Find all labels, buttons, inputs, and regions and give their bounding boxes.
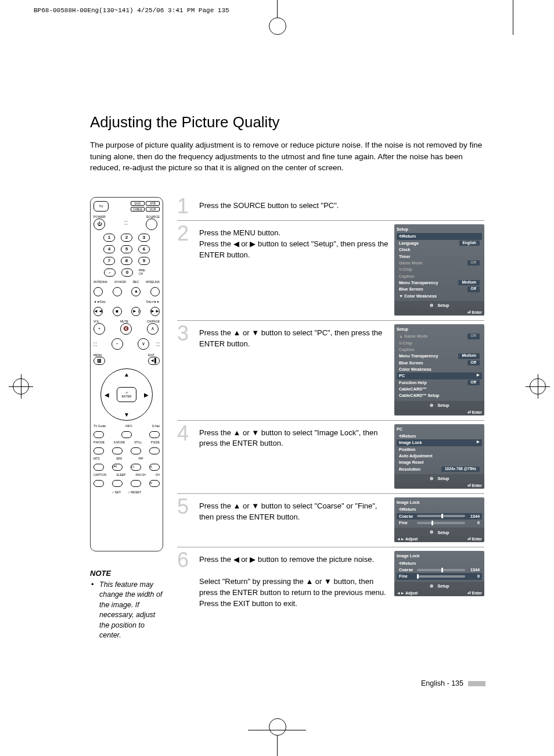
remote-vcr-btn: VCR (146, 207, 160, 212)
sleep-label: SLEEP (116, 473, 125, 476)
osd-menu-row: Caption (397, 273, 482, 280)
osd-item-label: Clock (399, 247, 411, 252)
step-text-2: Press the MENU button. Press the ◀ or ▶ … (199, 224, 388, 261)
osd-item-label: Image Lock (399, 440, 422, 445)
remote-power-label: POWER (93, 215, 106, 218)
crop-mark-bottom-h (248, 730, 306, 730)
page-title: Adjusting the Picture Quality (90, 113, 484, 131)
osd-enter: Enter (472, 537, 482, 541)
menu-btn: ▥ (93, 357, 105, 365)
osd-item-value: Medium (458, 353, 480, 359)
gear-icon: ⚙ (430, 529, 436, 535)
steps-column: 1 Press the SOURCE button to select "PC"… (177, 197, 484, 641)
osd-return: Return (402, 433, 480, 439)
osd-enter: Enter (472, 483, 482, 488)
osd-title: Image Lock (397, 500, 482, 505)
remote-num-3: 3 (138, 234, 150, 242)
step-text-6: Press the ◀ or ▶ button to remove the pi… (199, 551, 388, 609)
slider-bar (417, 569, 465, 571)
osd-footer-label: Setup (438, 303, 449, 308)
enter-icon: ⏎ (467, 591, 472, 595)
nav-down-icon: ▼ (124, 411, 129, 418)
remote-num-2: 2 (121, 234, 132, 242)
osd-enter: Enter (472, 310, 482, 314)
osd-imagelock-2: Image Lock Return Coarse1344Fine0 ⚙Setup… (394, 551, 484, 596)
slider-label: Fine (399, 574, 415, 579)
osd-footer-label: Setup (438, 476, 449, 481)
registration-mark-left (13, 378, 29, 395)
osd-enter: Enter (472, 591, 482, 595)
remote-num-6: 6 (138, 245, 150, 253)
remote-day-minus: ◄◄/Day- (93, 300, 106, 303)
osd-menu-row: Image Reset (397, 459, 482, 465)
osd-item-label: V-Chip (399, 341, 412, 346)
exit-label: EXIT (148, 353, 160, 357)
wiselink-btn (150, 287, 160, 296)
osd-item-label: Position (399, 447, 415, 452)
slider-label: Fine (399, 520, 415, 525)
nav-left-icon: ◀ (105, 391, 109, 397)
crop-mark-top (277, 0, 278, 17)
enter-icon: ⏎ (467, 310, 472, 314)
osd-menu-row: Color Weakness (397, 366, 482, 372)
caption-label: CAPTION (93, 473, 106, 476)
remote-tv-btn: TV (93, 201, 109, 212)
osd-setup-2: Setup ▲ Game ModeOffV-ChipCaptionMenu Tr… (394, 324, 484, 415)
pip-btn: ⊡ (131, 464, 141, 471)
step-3: 3 Press the ▲ or ▼ button to select "PC"… (177, 321, 484, 421)
remote-rec-label: REC (133, 280, 139, 284)
gear-icon: ⚙ (430, 476, 436, 482)
osd-menu-row: Blue ScreenOff (397, 286, 482, 292)
slider-label: Coarse (399, 514, 415, 519)
osd-menu-row: PC▶ (397, 372, 482, 379)
remote-cable-btn: CABLE (131, 207, 145, 212)
osd-item-label: Image Reset (399, 460, 423, 465)
enter-icon: ⏎ (467, 483, 472, 488)
osd-title: Setup (397, 227, 482, 232)
adjust-icon: ◄► (397, 591, 405, 595)
osd-item-value: Off (467, 286, 480, 292)
osd-return: Return (402, 561, 480, 566)
remote-diagram: TV DVDSTB CABLEVCR POWER⏻ ○ ○○ ○ SOURCE … (90, 197, 163, 551)
pip-label: PIP (139, 457, 143, 460)
dnet-label: D-Net (152, 424, 160, 428)
sleep-btn (112, 480, 123, 487)
osd-item-label: Blue Screen (399, 286, 423, 292)
osd-menu-row: Caption (397, 346, 482, 353)
remote-num-4: 4 (103, 245, 115, 253)
remote-num-9: 9 (138, 257, 150, 265)
osd-item-label: Color Weakness (399, 367, 431, 372)
osd-item-value: English (459, 241, 480, 246)
ch-label: CH (156, 473, 160, 476)
slider-bar (417, 515, 465, 517)
osd-adjust: Adjust (405, 537, 418, 541)
set-label: ○ SET (112, 490, 121, 494)
rewind-icon: ◄◄ (93, 307, 103, 316)
osd-item-value: Off (467, 380, 480, 385)
osd-item-label: PC (399, 373, 405, 378)
arrow-right-icon: ▶ (477, 373, 480, 378)
vol-down-icon: − (111, 338, 123, 350)
favch-label: FAV.CH (135, 473, 145, 476)
osd-item-label: Language (399, 241, 419, 246)
osd-item-value: Off (467, 360, 480, 366)
power-icon: ⏻ (93, 218, 105, 230)
info-label: INFO (125, 424, 132, 428)
remote-num-5: 5 (121, 245, 132, 253)
osd-item-label: Menu Transparency (399, 280, 438, 285)
osd-menu-row: Function HelpOff (397, 379, 482, 386)
chpage-label: CH/PAGE (147, 320, 160, 323)
step-6: 6 Press the ◀ or ▶ button to remove the … (177, 547, 484, 614)
osd-menu-row: Resolution1024x 768 @75Hz (397, 466, 482, 472)
step-1: 1 Press the SOURCE button to select "PC"… (177, 197, 484, 221)
footer-text: English - 135 (421, 679, 463, 687)
psize-btn (149, 447, 160, 454)
enter-icon: ⏎ (467, 410, 472, 414)
mute-icon: 🔇 (120, 323, 132, 335)
osd-title: Image Lock (397, 553, 482, 558)
still-btn (131, 447, 141, 454)
remote-dvd-btn: DVD (131, 201, 145, 206)
note-heading: NOTE (90, 569, 164, 578)
osd-item-label: Auto Adjustment (399, 453, 433, 458)
osd-menu-row: CableCARD™ Setup (397, 392, 482, 399)
